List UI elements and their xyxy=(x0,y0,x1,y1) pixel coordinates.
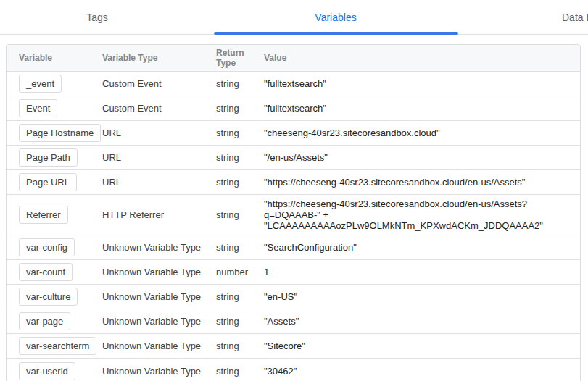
return-type-cell: string xyxy=(216,338,264,354)
header-variable-type: Variable Type xyxy=(102,50,216,66)
return-type-cell: string xyxy=(216,239,264,256)
variable-name-cell: var-culture xyxy=(7,285,102,309)
variable-name-chip: var-userid xyxy=(19,362,75,380)
header-return-type: Return Type xyxy=(216,45,264,71)
variable-name-chip: Event xyxy=(19,99,57,117)
return-type-cell: string xyxy=(216,288,264,305)
variables-table: Variable Variable Type Return Type Value… xyxy=(6,44,581,381)
value-cell: "/en-us/Assets" xyxy=(264,148,580,167)
return-type-cell: number xyxy=(216,264,264,280)
table-row: var-searchterm Unknown Variable Type str… xyxy=(7,334,580,359)
variable-name-cell: var-config xyxy=(7,235,102,259)
variable-type-cell: HTTP Referrer xyxy=(102,206,216,223)
variable-type-cell: Custom Event xyxy=(102,75,216,92)
variable-type-cell: Unknown Variable Type xyxy=(102,363,216,380)
value-cell: "cheeseng-40sr23.sitecoresandbox.cloud" xyxy=(264,124,580,142)
variable-name-chip: var-searchterm xyxy=(19,337,96,355)
return-type-cell: string xyxy=(216,100,264,117)
value-cell: "fulltextsearch" xyxy=(264,75,580,93)
variable-name-chip: _event xyxy=(19,75,62,93)
table-row: _event Custom Event string "fulltextsear… xyxy=(7,72,580,96)
return-type-cell: string xyxy=(216,363,264,380)
variable-name-cell: Page URL xyxy=(7,170,102,194)
tab-bar: Tags Variables Data L xyxy=(0,0,588,35)
table-row: Referrer HTTP Referrer string "https://c… xyxy=(7,195,580,235)
variable-type-cell: Unknown Variable Type xyxy=(102,338,216,354)
value-cell: "https://cheeseng-40sr23.sitecoresandbox… xyxy=(264,173,580,191)
variable-name-cell: var-userid xyxy=(7,359,102,381)
value-cell: "SearchConfiguration" xyxy=(264,238,580,256)
variable-name-cell: Page Path xyxy=(7,146,102,169)
value-cell: "fulltextsearch" xyxy=(264,99,580,117)
variable-name-cell: Event xyxy=(7,96,102,120)
variable-type-cell: Unknown Variable Type xyxy=(102,288,216,305)
variable-name-chip: Referrer xyxy=(19,206,68,224)
table-row: var-userid Unknown Variable Type string … xyxy=(7,359,580,381)
variable-type-cell: URL xyxy=(102,149,216,166)
table-row: Page Hostname URL string "cheeseng-40sr2… xyxy=(7,121,580,146)
return-type-cell: string xyxy=(216,206,264,223)
value-cell: "30462" xyxy=(264,362,580,380)
table-row: var-page Unknown Variable Type string "A… xyxy=(7,309,580,334)
variable-name-cell: Page Hostname xyxy=(7,121,102,145)
value-cell: "https://cheeseng-40sr23.sitecoresandbox… xyxy=(264,195,580,235)
variable-name-cell: _event xyxy=(7,72,102,96)
tab-variables[interactable]: Variables xyxy=(315,0,356,34)
variable-type-cell: Unknown Variable Type xyxy=(102,264,216,280)
variable-name-cell: var-page xyxy=(7,309,102,333)
table-row: Page URL URL string "https://cheeseng-40… xyxy=(7,170,580,195)
value-cell: 1 xyxy=(264,263,580,281)
variables-table-header: Variable Variable Type Return Type Value xyxy=(7,45,580,72)
variable-name-cell: var-searchterm xyxy=(7,334,102,358)
header-value: Value xyxy=(264,50,580,66)
variable-name-chip: Page Path xyxy=(19,148,78,167)
active-tab-underline xyxy=(214,32,458,35)
table-row: Page Path URL string "/en-us/Assets" xyxy=(7,146,580,170)
return-type-cell: string xyxy=(216,313,264,330)
variable-type-cell: Custom Event xyxy=(102,100,216,117)
variable-type-cell: URL xyxy=(102,174,216,190)
variable-name-chip: var-culture xyxy=(19,288,78,306)
variable-type-cell: Unknown Variable Type xyxy=(102,239,216,256)
table-row: var-culture Unknown Variable Type string… xyxy=(7,285,580,309)
value-cell: "Assets" xyxy=(264,312,580,330)
header-variable: Variable xyxy=(7,50,102,66)
variable-name-chip: Page Hostname xyxy=(19,124,101,142)
variables-table-body: _event Custom Event string "fulltextsear… xyxy=(7,72,580,381)
variable-type-cell: Unknown Variable Type xyxy=(102,313,216,330)
variable-type-cell: URL xyxy=(102,125,216,141)
variable-name-cell: var-count xyxy=(7,260,102,284)
tab-data-layer[interactable]: Data L xyxy=(562,0,588,34)
return-type-cell: string xyxy=(216,125,264,141)
variable-name-chip: Page URL xyxy=(19,173,77,191)
return-type-cell: string xyxy=(216,174,264,190)
table-row: var-count Unknown Variable Type number 1 xyxy=(7,260,580,285)
tab-tags[interactable]: Tags xyxy=(86,0,108,34)
variable-name-chip: var-config xyxy=(19,238,75,256)
value-cell: "en-US" xyxy=(264,288,580,306)
return-type-cell: string xyxy=(216,149,264,166)
variable-name-chip: var-page xyxy=(19,312,70,330)
table-row: var-config Unknown Variable Type string … xyxy=(7,235,580,260)
return-type-cell: string xyxy=(216,75,264,92)
variable-name-cell: Referrer xyxy=(7,203,102,227)
variable-name-chip: var-count xyxy=(19,263,73,281)
table-row: Event Custom Event string "fulltextsearc… xyxy=(7,96,580,121)
value-cell: "Sitecore" xyxy=(264,337,580,355)
